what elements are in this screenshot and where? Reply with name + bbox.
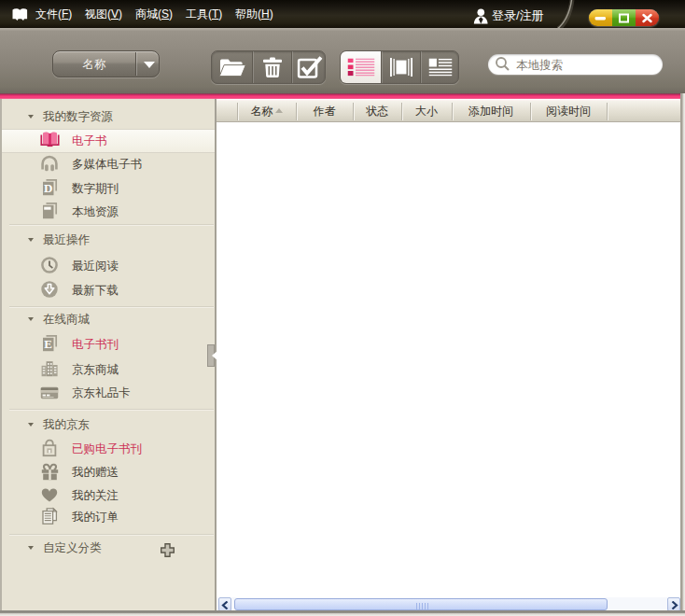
svg-text:E: E	[44, 337, 52, 351]
svg-text:D: D	[44, 181, 52, 195]
